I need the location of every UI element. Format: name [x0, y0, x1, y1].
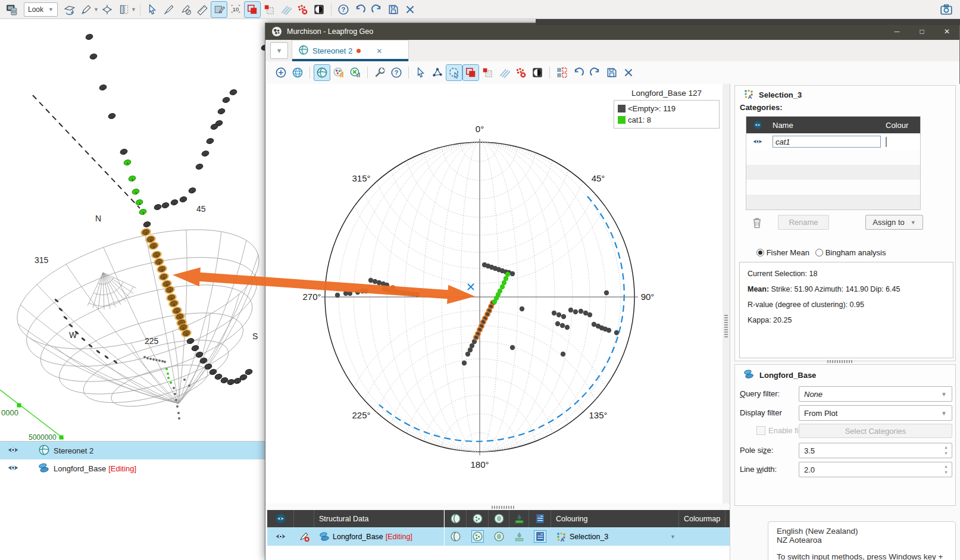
draw-plane-icon[interactable]	[79, 2, 94, 17]
invert-colours-icon[interactable]	[530, 65, 545, 80]
window-titlebar[interactable]: Murchison - Leapfrog Geo ─ □ ✕	[265, 23, 959, 40]
line-width-input[interactable]: 2.0▲▼	[799, 462, 952, 477]
colouring-select[interactable]: ASelection_3▼	[551, 527, 679, 546]
ruler-icon[interactable]	[195, 2, 210, 17]
parallel-structures-icon[interactable]	[496, 65, 512, 80]
poles-toggle-icon[interactable]	[467, 527, 489, 546]
polyline-select-icon[interactable]	[430, 65, 445, 80]
help-icon[interactable]: ?	[389, 65, 404, 80]
bingham-radio[interactable]: Bingham analysis	[815, 248, 886, 257]
editing-pencil-icon[interactable]	[294, 527, 314, 546]
svg-text:90°: 90°	[641, 292, 655, 302]
select-structures-icon[interactable]	[245, 2, 260, 17]
tab-stereonet-2[interactable]: Stereonet 2 ✕	[292, 40, 409, 61]
tab-list-dropdown[interactable]: ▼	[270, 42, 288, 59]
select-structures-icon[interactable]	[463, 65, 479, 80]
minimize-button[interactable]: ─	[884, 23, 909, 40]
visibility-column-icon	[746, 120, 769, 130]
visibility-eye-icon[interactable]	[7, 462, 20, 475]
look-dropdown[interactable]: Look▼	[24, 2, 58, 17]
legend-toggle-icon[interactable]	[529, 527, 551, 546]
visibility-eye-icon[interactable]	[7, 444, 20, 458]
colouring-options-icon[interactable]	[331, 65, 346, 80]
dip-toggle-icon[interactable]	[509, 527, 529, 546]
move-plane-icon[interactable]	[99, 2, 115, 17]
slice-plane-icon[interactable]	[116, 2, 132, 17]
close-window-button[interactable]: ✕	[934, 23, 959, 40]
multi-view-icon[interactable]	[554, 65, 570, 80]
moving-plane-icon[interactable]	[211, 2, 227, 17]
redo-icon[interactable]	[369, 2, 384, 17]
invert-colours-icon[interactable]	[311, 2, 327, 17]
options-icon[interactable]	[372, 65, 387, 80]
category-row-cat1[interactable]: cat1	[746, 133, 920, 150]
stereonet-plot[interactable]: 0°45°90°135°180°225°270°315° Longford_Ba…	[267, 84, 723, 503]
maximize-button[interactable]: □	[909, 23, 934, 40]
chevron-down-icon[interactable]: ▼	[93, 7, 99, 12]
rename-button[interactable]: Rename	[778, 215, 829, 230]
interval-icon[interactable]: 10	[228, 2, 243, 17]
redo-icon[interactable]	[587, 65, 603, 80]
planes-toggle-icon[interactable]	[445, 527, 467, 546]
visibility-eye-icon[interactable]	[746, 136, 769, 147]
delete-category-icon[interactable]	[751, 216, 764, 231]
deselect-structures-icon[interactable]	[480, 65, 495, 80]
select-cursor-icon[interactable]	[145, 2, 160, 17]
undo-icon[interactable]	[571, 65, 586, 80]
contour-toggle-icon[interactable]	[489, 527, 509, 546]
display-filter-select[interactable]: From Plot▼	[799, 405, 952, 421]
help-icon[interactable]: ?	[336, 2, 351, 17]
parallel-structures-icon[interactable]	[278, 2, 293, 17]
zoom-extents-icon[interactable]	[273, 65, 289, 80]
delete-scene-icon[interactable]	[4, 2, 20, 17]
pole-size-input[interactable]: 3.5▲▼	[799, 443, 952, 458]
colourmap-cell[interactable]	[679, 527, 726, 546]
stereonet-view-icon[interactable]	[314, 65, 330, 80]
visibility-eye-icon[interactable]	[267, 527, 294, 546]
vertical-splitter[interactable]	[723, 84, 730, 503]
chevron-down-icon[interactable]: ▼	[131, 7, 136, 12]
tab-close-icon[interactable]: ✕	[376, 47, 382, 55]
close-icon[interactable]	[621, 65, 636, 80]
edit-structure-icon[interactable]	[178, 2, 193, 17]
stereonet-stats-icon[interactable]	[348, 65, 363, 80]
assign-to-button[interactable]: Assign to▼	[865, 215, 923, 230]
enable-filter-checkbox[interactable]	[756, 426, 765, 435]
draw-line-icon[interactable]	[161, 2, 177, 17]
scene-3d-view[interactable]: N45315W225S00005000000 Stereonet 2 Longf…	[0, 19, 265, 560]
statistics-box: Current Selection: 18 Mean: Strike: 51.9…	[739, 262, 953, 358]
spinner-arrows[interactable]: ▲▼	[944, 464, 948, 475]
structural-data-icon	[743, 368, 755, 381]
rotate-plane-icon[interactable]	[62, 2, 77, 17]
fisher-mean-radio[interactable]: Fisher Mean	[756, 248, 809, 257]
save-icon[interactable]	[386, 2, 401, 17]
shape-row-stereonet[interactable]: Stereonet 2	[0, 442, 265, 459]
splitter-grip[interactable]	[492, 506, 515, 509]
lasso-select-icon[interactable]	[446, 65, 462, 80]
globe-icon[interactable]	[290, 65, 305, 80]
undo-icon[interactable]	[352, 2, 368, 17]
category-name-input[interactable]: cat1	[773, 136, 881, 148]
language-region: NZ Aotearoa	[777, 536, 955, 545]
query-filter-select[interactable]: None▼	[799, 386, 952, 402]
remove-structures-icon[interactable]	[513, 65, 529, 80]
scene-3d-canvas[interactable]: N45315W225S00005000000	[0, 23, 265, 441]
screenshot-camera-icon[interactable]	[939, 2, 954, 17]
save-icon[interactable]	[604, 65, 620, 80]
radio-icon[interactable]	[756, 249, 764, 256]
colour-swatch[interactable]	[886, 137, 887, 147]
splitter-grip[interactable]	[724, 315, 728, 339]
horizontal-splitter[interactable]	[267, 503, 723, 510]
panel-splitter-grip[interactable]	[827, 360, 853, 363]
select-cursor-icon[interactable]	[413, 65, 429, 80]
structural-data-row-name[interactable]: Longford_Base[Editing]	[314, 527, 444, 546]
radio-icon[interactable]	[815, 249, 823, 256]
select-categories-button[interactable]: Select Categories	[799, 424, 952, 438]
stereonet-canvas[interactable]: 0°45°90°135°180°225°270°315°	[267, 84, 723, 503]
svg-text:0°: 0°	[476, 124, 484, 134]
close-icon[interactable]	[402, 2, 418, 17]
spinner-arrows[interactable]: ▲▼	[944, 445, 948, 456]
deselect-structures-icon[interactable]	[261, 2, 277, 17]
shape-row-longford[interactable]: Longford_Base [Editing]	[0, 459, 265, 477]
remove-structures-icon[interactable]	[295, 2, 310, 17]
